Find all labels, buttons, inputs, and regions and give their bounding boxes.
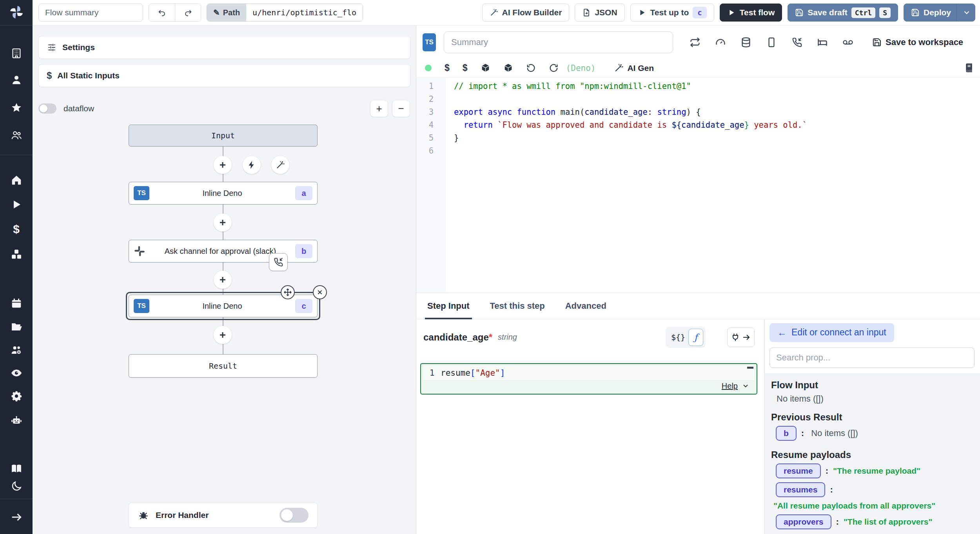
tab-test-this-step[interactable]: Test this step <box>490 293 545 319</box>
suspend-phone-incoming-icon[interactable] <box>791 37 802 48</box>
deploy-button[interactable]: Deploy <box>904 4 975 22</box>
search-prop-input[interactable] <box>769 348 975 368</box>
workspace-building-icon[interactable] <box>9 46 24 60</box>
folders-icon[interactable] <box>9 320 24 334</box>
selected-step-wrapper: TS Inline Deno c <box>126 292 320 320</box>
windmill-logo-icon[interactable] <box>7 3 25 21</box>
save-draft-button[interactable]: Save draft Ctrl S <box>788 4 898 22</box>
collapse-arrow-right-icon[interactable] <box>9 510 24 524</box>
variables-dollar-icon[interactable]: $ <box>9 222 24 236</box>
prop-pill-resume[interactable]: resume <box>776 463 821 478</box>
tab-advanced[interactable]: Advanced <box>565 293 606 319</box>
step-node-b[interactable]: Ask channel for approval (slack) b <box>129 240 318 262</box>
reload-refresh-icon[interactable] <box>549 63 559 73</box>
zoom-in-button[interactable]: + <box>370 100 388 117</box>
save-to-workspace-button[interactable]: Save to workspace <box>872 37 963 47</box>
test-up-to-button[interactable]: Test up to c <box>630 4 714 22</box>
pencil-icon: ✎ <box>213 8 220 17</box>
expression-code[interactable]: resume["Age"] <box>441 368 505 378</box>
flow-settings-row[interactable]: Settings <box>38 36 410 59</box>
audit-eye-icon[interactable] <box>9 366 24 380</box>
ai-gen-button[interactable]: AI Gen <box>614 63 654 73</box>
zoom-buttons: + − <box>370 100 410 117</box>
delete-step-button[interactable] <box>313 285 327 299</box>
prop-pill-b[interactable]: b <box>776 426 797 441</box>
add-step-button[interactable] <box>214 214 232 232</box>
error-handler-row[interactable]: Error Handler <box>129 503 318 528</box>
favorites-star-icon[interactable] <box>9 101 24 115</box>
add-step-button[interactable] <box>214 156 232 174</box>
chevron-down-icon <box>742 382 750 390</box>
code-line-numbers: 123456 <box>416 78 446 293</box>
ai-wand-button[interactable] <box>271 156 289 174</box>
reset-undo-icon[interactable] <box>526 63 536 73</box>
move-step-button[interactable] <box>281 285 295 299</box>
step-node-a[interactable]: TS Inline Deno a <box>129 182 318 205</box>
variables-dollar-icon[interactable]: $ <box>445 63 450 73</box>
step-id-badge-b: b <box>295 244 312 258</box>
input-node[interactable]: Input <box>129 125 318 147</box>
path-chip[interactable]: ✎Path u/henri/optimistic_flo <box>207 4 363 22</box>
user-icon[interactable] <box>9 73 24 87</box>
chevron-down-icon[interactable] <box>962 8 971 17</box>
mock-voicemail-icon[interactable] <box>842 37 853 48</box>
step-summary-input[interactable] <box>444 31 673 53</box>
flow-summary-input[interactable] <box>38 4 143 22</box>
resources-dollar-icon[interactable]: $ <box>463 63 468 73</box>
step-id-badge-a: a <box>295 186 312 200</box>
resources-cubes-icon[interactable] <box>9 247 24 261</box>
code-editor[interactable]: 123456 // import * as wmill from "npm:wi… <box>416 78 980 293</box>
json-button[interactable]: JSON <box>575 4 624 22</box>
code-content[interactable]: // import * as wmill from "npm:windmill-… <box>446 78 980 293</box>
function-mode-toggle[interactable]: ƒ <box>688 329 703 346</box>
runs-play-icon[interactable] <box>9 197 24 212</box>
retries-repeat-icon[interactable] <box>690 37 701 48</box>
edit-or-connect-button[interactable]: ← Edit or connect an input <box>769 323 894 342</box>
test-flow-button[interactable]: Test flow <box>720 4 782 22</box>
kbd-s: S <box>879 7 891 18</box>
path-label: ✎Path <box>207 4 246 21</box>
package-icon[interactable] <box>503 63 513 73</box>
all-static-inputs-row[interactable]: $ All Static Inputs <box>38 64 410 87</box>
trigger-bolt-button[interactable] <box>243 156 261 174</box>
result-node[interactable]: Result <box>129 354 318 378</box>
sleep-bed-icon[interactable] <box>817 37 828 48</box>
props-panel-top: ← Edit or connect an input <box>765 319 980 373</box>
undo-button[interactable] <box>149 4 175 21</box>
status-dot <box>425 65 432 71</box>
home-icon[interactable] <box>9 173 24 187</box>
prop-pill-approvers[interactable]: approvers <box>776 514 831 529</box>
schedules-calendar-icon[interactable] <box>9 296 24 310</box>
users-group-icon[interactable] <box>9 128 24 142</box>
template-expr-toggle[interactable]: ${} <box>671 333 685 342</box>
field-type: string <box>498 333 517 342</box>
topbar: ✎Path u/henri/optimistic_flo AI Flow Bui… <box>33 0 980 25</box>
zoom-out-button[interactable]: − <box>392 100 410 117</box>
prop-pill-resumes[interactable]: resumes <box>776 482 825 497</box>
docs-books-icon[interactable] <box>9 462 24 476</box>
expression-line[interactable]: 1 resume["Age"] <box>423 366 754 380</box>
library-book-icon[interactable] <box>964 63 974 73</box>
ai-flow-builder-button[interactable]: AI Flow Builder <box>482 4 570 22</box>
timeout-gauge-icon[interactable] <box>715 37 726 48</box>
editor-toolbar: $ $ (Deno) AI Gen <box>416 59 980 78</box>
ai-robot-icon[interactable] <box>9 413 24 427</box>
expression-editor[interactable]: 1 resume["Age"] Help <box>420 363 757 395</box>
concurrency-square-icon[interactable] <box>766 37 777 48</box>
test-up-to-step-badge: c <box>693 7 706 18</box>
tab-step-input[interactable]: Step Input <box>427 293 470 319</box>
approval-phone-incoming-badge[interactable] <box>269 253 288 271</box>
connect-input-button[interactable] <box>727 328 755 347</box>
error-handler-toggle[interactable] <box>279 508 309 523</box>
groups-admin-icon[interactable] <box>9 343 24 357</box>
package-icon[interactable] <box>481 63 490 73</box>
dark-mode-moon-icon[interactable] <box>9 479 24 493</box>
cache-database-icon[interactable] <box>740 37 751 48</box>
add-step-button[interactable] <box>214 271 232 289</box>
settings-gear-icon[interactable] <box>9 389 24 403</box>
help-link[interactable]: Help <box>722 382 750 391</box>
add-step-button[interactable] <box>214 326 232 344</box>
redo-button[interactable] <box>175 4 201 21</box>
dataflow-toggle[interactable] <box>38 103 56 114</box>
path-value[interactable]: u/henri/optimistic_flo <box>246 4 363 21</box>
